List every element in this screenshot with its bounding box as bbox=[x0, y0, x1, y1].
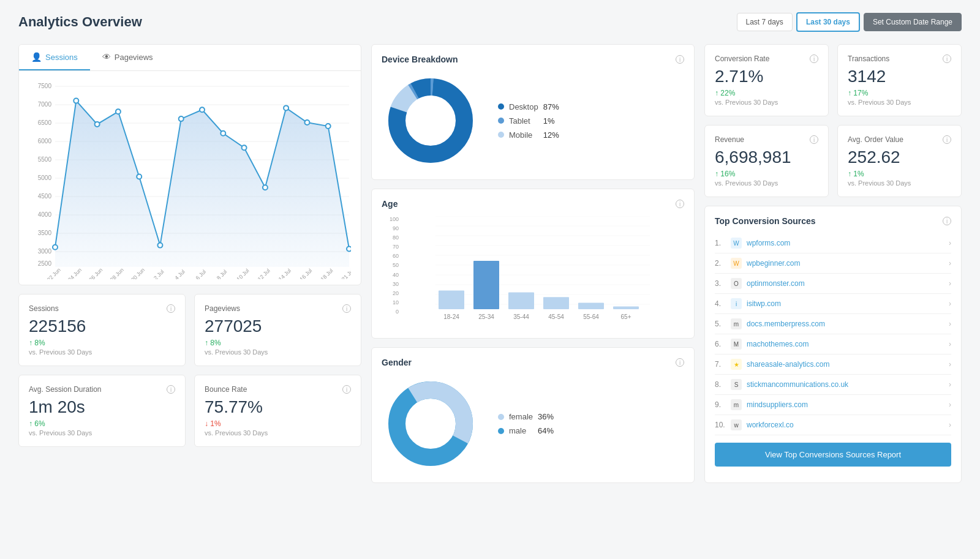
sessions-prev: vs. Previous 30 Days bbox=[29, 348, 175, 356]
svg-text:4 Jul: 4 Jul bbox=[173, 269, 186, 279]
revenue-card: Revenue i 6,698,981 ↑ 16% vs. Previous 3… bbox=[704, 125, 829, 197]
svg-text:8 Jul: 8 Jul bbox=[216, 269, 228, 279]
source-name: docs.memberpress.com bbox=[747, 320, 944, 328]
bar-65plus bbox=[613, 306, 639, 309]
svg-text:26 Jun: 26 Jun bbox=[88, 267, 104, 279]
bounce-rate-info-icon[interactable]: i bbox=[342, 385, 351, 394]
pageviews-stat: Pageviews i 277025 ↑ 8% vs. Previous 30 … bbox=[194, 294, 361, 366]
bounce-rate-stat: Bounce Rate i 75.77% ↓ 1% vs. Previous 3… bbox=[194, 375, 361, 447]
svg-text:16 Jul: 16 Jul bbox=[298, 268, 313, 279]
middle-column: Device Breakdown i bbox=[371, 44, 695, 483]
source-chevron-icon[interactable]: › bbox=[949, 239, 951, 247]
svg-text:3000: 3000 bbox=[38, 248, 52, 255]
view-report-button[interactable]: View Top Conversions Sources Report bbox=[715, 443, 951, 467]
source-item-2[interactable]: 2. W wpbeginner.com › bbox=[715, 253, 951, 274]
source-chevron-icon[interactable]: › bbox=[949, 279, 951, 288]
avg-order-info-icon[interactable]: i bbox=[943, 135, 951, 144]
left-column: 👤 Sessions 👁 Pageviews 7500 7000 6500 6 bbox=[18, 44, 361, 483]
svg-text:55-64: 55-64 bbox=[583, 313, 599, 320]
conversion-rate-info-icon[interactable]: i bbox=[810, 54, 818, 63]
svg-text:25-34: 25-34 bbox=[478, 313, 494, 320]
svg-text:28 Jun: 28 Jun bbox=[109, 267, 125, 279]
age-card: Age i 100 90 80 70 60 50 40 30 20 bbox=[371, 189, 695, 339]
gender-legend: female 36% male 64% bbox=[498, 412, 559, 435]
tab-pageviews[interactable]: 👁 Pageviews bbox=[90, 45, 165, 70]
source-rank: 8. bbox=[715, 380, 726, 389]
page-title: Analytics Overview bbox=[18, 14, 142, 30]
svg-point-28 bbox=[179, 116, 184, 121]
conversion-rate-prev: vs. Previous 30 Days bbox=[715, 99, 818, 106]
source-chevron-icon[interactable]: › bbox=[949, 259, 951, 268]
sessions-info-icon[interactable]: i bbox=[167, 304, 175, 313]
svg-text:7000: 7000 bbox=[38, 101, 52, 108]
svg-text:12 Jul: 12 Jul bbox=[257, 268, 271, 279]
device-legend: Desktop 87% Tablet 1% Mobile 12% bbox=[498, 102, 565, 140]
sources-list: 1. W wpforms.com › 2. W wpbeginner.com ›… bbox=[715, 233, 951, 435]
source-item-10[interactable]: 10. w workforcexl.co › bbox=[715, 415, 951, 435]
svg-text:3500: 3500 bbox=[38, 230, 52, 236]
tab-sessions[interactable]: 👤 Sessions bbox=[19, 45, 90, 70]
source-item-6[interactable]: 6. M machothemes.com › bbox=[715, 334, 951, 355]
source-chevron-icon[interactable]: › bbox=[949, 320, 951, 328]
svg-point-34 bbox=[304, 120, 309, 125]
pageviews-prev: vs. Previous 30 Days bbox=[205, 348, 351, 356]
pageviews-icon: 👁 bbox=[102, 52, 111, 62]
avg-session-info-icon[interactable]: i bbox=[167, 385, 175, 394]
bar-35-44 bbox=[508, 293, 534, 309]
svg-point-30 bbox=[221, 131, 225, 136]
source-chevron-icon[interactable]: › bbox=[949, 299, 951, 308]
svg-text:6500: 6500 bbox=[38, 119, 52, 126]
male-dot bbox=[498, 428, 504, 434]
top-sources-info-icon[interactable]: i bbox=[943, 217, 951, 225]
svg-text:35-44: 35-44 bbox=[513, 313, 529, 320]
transactions-info-icon[interactable]: i bbox=[943, 54, 951, 63]
source-item-5[interactable]: 5. m docs.memberpress.com › bbox=[715, 314, 951, 334]
source-item-7[interactable]: 7. ★ shareasale-analytics.com › bbox=[715, 355, 951, 375]
mobile-dot bbox=[498, 132, 504, 138]
source-chevron-icon[interactable]: › bbox=[949, 380, 951, 389]
source-favicon: S bbox=[731, 379, 742, 390]
source-name: optinmonster.com bbox=[747, 279, 944, 288]
source-item-9[interactable]: 9. m mindsuppliers.com › bbox=[715, 395, 951, 415]
source-item-1[interactable]: 1. W wpforms.com › bbox=[715, 233, 951, 253]
last-30-days-btn[interactable]: Last 30 days bbox=[796, 12, 860, 32]
sessions-icon: 👤 bbox=[31, 52, 42, 62]
sessions-change: ↑ 8% bbox=[29, 339, 175, 347]
source-name: workforcexl.co bbox=[747, 421, 944, 429]
age-info-icon[interactable]: i bbox=[676, 200, 684, 208]
gender-card: Gender i fe bbox=[371, 347, 695, 483]
bar-45-54 bbox=[543, 297, 569, 309]
legend-female: female 36% bbox=[498, 412, 559, 421]
tablet-dot bbox=[498, 118, 504, 124]
conversion-rate-change: ↑ 22% bbox=[715, 89, 818, 97]
device-breakdown-info-icon[interactable]: i bbox=[676, 55, 684, 64]
source-item-3[interactable]: 3. O optinmonster.com › bbox=[715, 274, 951, 294]
revenue-info-icon[interactable]: i bbox=[810, 135, 818, 144]
svg-text:30 Jun: 30 Jun bbox=[130, 267, 146, 279]
source-chevron-icon[interactable]: › bbox=[949, 340, 951, 348]
svg-point-24 bbox=[95, 122, 100, 127]
gender-info-icon[interactable]: i bbox=[676, 358, 684, 367]
svg-text:5500: 5500 bbox=[38, 156, 52, 163]
sessions-value: 225156 bbox=[29, 317, 175, 336]
conversion-rate-value: 2.71% bbox=[715, 67, 818, 86]
source-item-8[interactable]: 8. S stickmancommunications.co.uk › bbox=[715, 375, 951, 395]
sessions-chart-card: 👤 Sessions 👁 Pageviews 7500 7000 6500 6 bbox=[18, 44, 361, 285]
age-chart-wrapper: 100 90 80 70 60 50 40 30 20 10 0 bbox=[382, 216, 684, 328]
custom-date-btn[interactable]: Set Custom Date Range bbox=[864, 13, 962, 31]
pageviews-info-icon[interactable]: i bbox=[342, 304, 351, 313]
svg-point-55 bbox=[409, 99, 452, 142]
source-item-4[interactable]: 4. i isitwp.com › bbox=[715, 294, 951, 314]
source-chevron-icon[interactable]: › bbox=[949, 400, 951, 409]
stats-grid: Sessions i 225156 ↑ 8% vs. Previous 30 D… bbox=[18, 294, 361, 447]
svg-point-36 bbox=[347, 247, 351, 252]
source-name: shareasale-analytics.com bbox=[747, 360, 944, 369]
svg-point-74 bbox=[409, 402, 452, 445]
source-rank: 5. bbox=[715, 320, 726, 328]
source-chevron-icon[interactable]: › bbox=[949, 360, 951, 369]
avg-session-stat: Avg. Session Duration i 1m 20s ↑ 6% vs. … bbox=[18, 375, 186, 447]
source-name: stickmancommunications.co.uk bbox=[747, 380, 944, 389]
source-chevron-icon[interactable]: › bbox=[949, 421, 951, 429]
avg-order-card: Avg. Order Value i 252.62 ↑ 1% vs. Previ… bbox=[837, 125, 962, 197]
last-7-days-btn[interactable]: Last 7 days bbox=[737, 13, 793, 31]
